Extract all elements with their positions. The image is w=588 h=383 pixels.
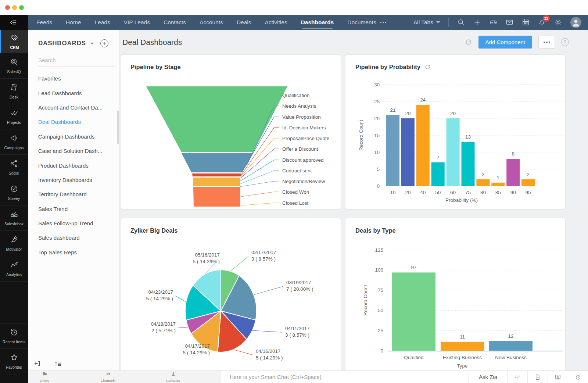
rail-item-analytics[interactable]: Analytics — [0, 256, 28, 282]
bar-new-business[interactable] — [489, 341, 533, 351]
svg-text:25: 25 — [378, 328, 383, 333]
tab-contacts[interactable]: Contacts — [164, 15, 186, 30]
rail-item-favorites[interactable]: Favorites — [0, 348, 28, 374]
dashboard-item-deal-dashboards[interactable]: Deal Dashboards — [28, 115, 119, 129]
tab-feeds[interactable]: Feeds — [36, 15, 52, 30]
reminder-clock-icon[interactable] — [568, 371, 588, 383]
dashboard-item-top-sales-reps[interactable]: Top Sales Reps — [28, 245, 119, 259]
more-options-button[interactable] — [538, 36, 555, 49]
tab-vip-leads[interactable]: VIP Leads — [124, 15, 150, 30]
funnel-chart[interactable]: QualificationNeeds AnalysisValue Proposi… — [121, 55, 341, 209]
close-window-button[interactable] — [5, 5, 10, 10]
big-deals-pie-chart[interactable]: 02/17/20173 ( 8.57% )03/19/20177 ( 20.00… — [121, 218, 341, 382]
page-title: Deal Dashboards — [122, 38, 182, 47]
svg-text:Type: Type — [457, 363, 467, 369]
all-tabs-dropdown[interactable]: All Tabs — [413, 19, 440, 26]
calendar-icon[interactable] — [522, 18, 530, 26]
svg-text:20: 20 — [374, 116, 380, 121]
chat-tab-channels[interactable]: Channels — [86, 371, 130, 383]
dashboard-item-lead-dashboards[interactable]: Lead Dashboards — [28, 86, 119, 100]
chat-tab-chats[interactable]: Chats — [28, 371, 61, 383]
zia-icon[interactable] — [507, 371, 527, 383]
help-icon[interactable]: ? — [561, 38, 569, 46]
tab-deals[interactable]: Deals — [237, 15, 251, 30]
ask-zia-button[interactable]: Ask Zia — [469, 371, 507, 383]
tab-activities[interactable]: Activities — [265, 15, 287, 30]
notifications-bell-icon[interactable]: 13 — [538, 18, 546, 26]
svg-text:05/16/2017: 05/16/2017 — [195, 252, 220, 258]
add-component-button[interactable]: Add Component — [478, 36, 532, 49]
tab-leads[interactable]: Leads — [94, 15, 110, 30]
document-icon[interactable] — [527, 371, 548, 383]
svg-text:5 ( 14.29% ): 5 ( 14.29% ) — [146, 296, 173, 301]
bar-95[interactable] — [521, 179, 535, 186]
tab-documents[interactable]: Documents — [347, 15, 376, 30]
dashboard-item-sales-follow-up-trend[interactable]: Sales Follow-up Trend — [28, 216, 119, 230]
svg-text:Needs Analysis: Needs Analysis — [282, 103, 316, 109]
chat-tab-contacts[interactable]: Contacts — [151, 371, 195, 383]
tab-accounts[interactable]: Accounts — [200, 15, 223, 30]
gear-icon[interactable] — [554, 18, 562, 26]
rail-item-desk[interactable]: Desk — [0, 79, 28, 104]
chart-title: Pipeline by Probability — [355, 64, 420, 71]
bar-20[interactable] — [401, 118, 415, 186]
nav-collapse-button[interactable] — [0, 15, 28, 30]
probability-bar-chart[interactable]: 0510152025302110202024407502060137528018… — [345, 55, 566, 210]
dashboards-panel: DASHBOARDS + FavoritesLead DashboardsAcc… — [28, 30, 120, 371]
dashboard-search-input[interactable] — [38, 56, 116, 67]
rail-item-label: Motivator — [6, 247, 22, 251]
dashboard-item-account-and-contact-da[interactable]: Account and Contact Da... — [28, 100, 119, 115]
rail-item-social[interactable]: Social — [0, 155, 28, 180]
minimize-window-button[interactable] — [12, 5, 17, 10]
dashboard-item-sales-trend[interactable]: Sales Trend — [28, 202, 119, 216]
rail-item-motivator[interactable]: Motivator — [0, 231, 28, 256]
dashboard-item-territory-dashboard[interactable]: Territory Dashboard — [28, 187, 119, 201]
rail-item-salesinbox[interactable]: SalesInbox — [0, 205, 28, 231]
bar-10[interactable] — [386, 115, 399, 186]
rail-item-campaigns[interactable]: Campaigns — [0, 129, 28, 155]
add-dashboard-button[interactable]: + — [100, 39, 108, 47]
dashboard-item-case-and-solution-dash[interactable]: Case and Solution Dash... — [28, 144, 119, 158]
dashboard-item-inventory-dashboards[interactable]: Inventory Dashboards — [28, 173, 119, 187]
gamescope-icon[interactable] — [490, 18, 497, 26]
panel-dropdown-caret-icon[interactable] — [90, 43, 94, 44]
zoom-window-button[interactable] — [19, 5, 24, 10]
rail-item-projects[interactable]: Projects — [0, 104, 28, 129]
refresh-dashboard-icon[interactable] — [465, 39, 472, 46]
search-icon[interactable] — [457, 18, 465, 26]
bar-40[interactable] — [416, 105, 430, 186]
rocket-icon — [10, 235, 18, 245]
rail-item-recent-items[interactable]: Recent Items — [0, 323, 28, 348]
svg-text:5 ( 14.29% ): 5 ( 14.29% ) — [256, 355, 283, 361]
quick-add-icon[interactable] — [473, 18, 481, 26]
bar-60[interactable] — [447, 118, 460, 186]
bar-75[interactable] — [462, 142, 475, 186]
smart-chat-input[interactable] — [230, 374, 456, 380]
dashboard-item-favorites[interactable]: Favorites — [28, 71, 119, 86]
bar-50[interactable] — [431, 162, 445, 186]
refresh-chart-icon[interactable] — [424, 64, 431, 70]
dashboard-item-product-dashboards[interactable]: Product Dashboards — [28, 158, 119, 172]
bar-90[interactable] — [506, 159, 520, 186]
bar-qualified[interactable] — [392, 272, 435, 351]
rail-item-salesiq[interactable]: SalesIQ — [0, 53, 28, 79]
bar-existing-business[interactable] — [441, 342, 484, 351]
nav-more-tabs-icon[interactable] — [379, 15, 387, 30]
bar-85[interactable] — [491, 183, 505, 186]
dashboard-item-sales-dashboard[interactable]: Sales dashboard — [28, 230, 119, 245]
dashboard-item-campaign-dashboards[interactable]: Campaign Dashboards — [28, 129, 119, 144]
deals-type-bar-chart[interactable]: 025507510012597Qualified11Existing Busin… — [345, 218, 566, 382]
mail-icon[interactable] — [506, 18, 513, 26]
rail-item-survey[interactable]: Survey — [0, 180, 28, 205]
tab-home[interactable]: Home — [66, 15, 81, 30]
tab-dashboards[interactable]: Dashboards — [301, 15, 334, 30]
rail-item-crm[interactable]: CRM — [0, 30, 28, 53]
user-avatar[interactable] — [570, 17, 581, 28]
sort-list-icon[interactable] — [54, 359, 62, 368]
screen-share-icon[interactable] — [548, 371, 568, 383]
svg-text:Id. Decision Makers: Id. Decision Makers — [282, 125, 326, 130]
bar-80[interactable] — [476, 179, 490, 186]
collapse-panel-icon[interactable] — [34, 359, 42, 368]
inbox-chart-icon — [10, 210, 18, 220]
panel-scrollbar[interactable] — [117, 110, 119, 144]
